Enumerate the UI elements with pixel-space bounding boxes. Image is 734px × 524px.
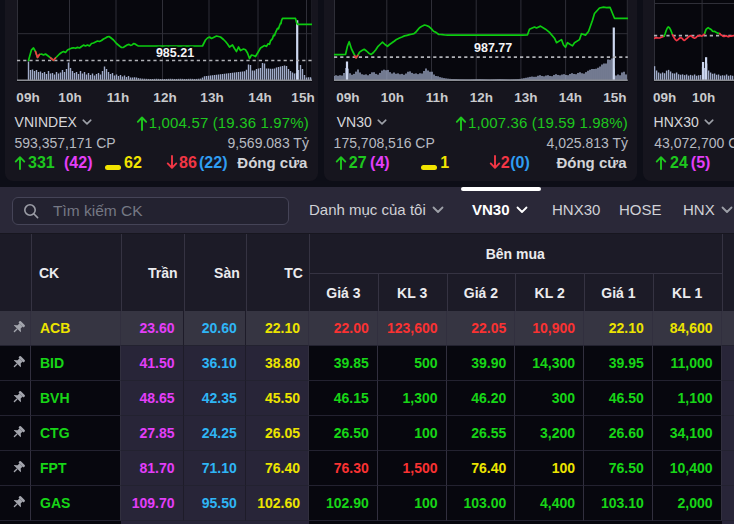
svg-text:987.77: 987.77	[474, 41, 512, 55]
svg-text:985.21: 985.21	[155, 46, 193, 60]
